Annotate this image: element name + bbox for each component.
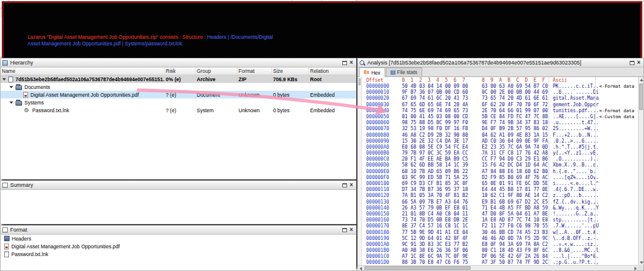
hex-row[interactable]: 000001C0A7 1C 8E 6C 9A 7C 0F 9EDF 06 5E … <box>363 254 638 260</box>
hex-row[interactable]: 000000B079 7B 97 0C 3C 59 EA CC7A 31 CF … <box>363 150 638 156</box>
column-header-format[interactable]: Format <box>237 67 272 75</box>
hex-row[interactable]: 000001905C 12 9D 64 01 42 8F 4F46 46 AD … <box>363 236 638 242</box>
hex-ascii: fZ.{..dv..kig.,. <box>551 199 597 205</box>
hex-offset: 000000B0 <box>363 150 400 156</box>
close-panel-icon[interactable]: × <box>349 182 353 188</box>
tree-row-root-archive[interactable]: 7d51b53ebe2b58faed502a106a7536787de4b946… <box>1 75 356 83</box>
hex-bytes-high: 73 65 74 20 4D 61 6E 61 <box>479 96 551 101</box>
hex-ascii: h.{.e.."....`b. <box>551 169 597 175</box>
hex-content: Offset 0 1 2 3 4 5 6 7 8 9 A B C D E F A… <box>363 77 638 265</box>
tree-row-pdf-document[interactable]: Digital Asset Management Job Opportuniti… <box>1 91 356 98</box>
horizontal-scroll-thumb[interactable] <box>364 266 470 270</box>
column-header-group[interactable]: Group <box>196 67 237 75</box>
hex-bytes-high: 47 D0 8F 5A 04 61 A7 BE <box>479 211 551 217</box>
hex-row[interactable]: 0000008046 A8 C2 D9 2B 32 90 8004 62 A1 … <box>363 133 638 138</box>
hex-row[interactable]: 0000004074 75 6E 69 74 69 65 732E 70 64 … <box>363 108 638 114</box>
hex-row[interactable]: 0000006098 75 88 D5 BC 99 97 F09E F7 74 … <box>363 120 638 126</box>
hex-offset: 00000110 <box>363 187 400 193</box>
hex-ascii: i.....<.e....l.^ <box>551 181 597 187</box>
scroll-down-arrow[interactable] <box>639 260 644 265</box>
close-panel-icon[interactable]: × <box>349 60 353 66</box>
expander-icon[interactable] <box>10 101 13 104</box>
hex-ascii: ..8.&6_....MC..l <box>551 248 597 254</box>
hex-row[interactable]: 0000018077 5B 9E 9D 41 A1 CE 0430 46 BB … <box>363 230 638 236</box>
hex-row[interactable]: 0000013066 5A 09 7B E7 A3 64 76E9 B1 6B … <box>363 199 638 205</box>
format-item-lnk[interactable]: Password.txt.lnk <box>1 250 356 258</box>
hex-row[interactable]: 000001B0A0 AB 38 E6 26 36 5F 0680 C1 18 … <box>363 248 638 254</box>
hex-row[interactable]: 0000000050 4B 03 04 14 00 09 0063 00 63 … <box>363 84 638 90</box>
hex-row[interactable]: 0000010069 C9 D3 CF B1 85 3C 8F65 0E 01 … <box>363 181 638 187</box>
column-header-name[interactable]: Name <box>1 67 165 75</box>
hex-annotation <box>597 236 599 242</box>
hex-bytes-low: 26 A3 57 79 0B EF E8 01 <box>400 205 479 211</box>
format-panel: Format × Headers Digital Asset Managemen… <box>0 225 357 271</box>
hex-row[interactable]: 0000014026 A3 57 79 0B EF E8 0171 E4 4B … <box>363 205 638 211</box>
vertical-scrollbar[interactable] <box>638 77 643 265</box>
hex-row[interactable]: 000001708E 37 C4 57 16 C8 1C 1CF2 11 27 … <box>363 223 638 229</box>
hex-row[interactable]: 000000109F B7 36 07 0B 00 CD 600C 00 2E … <box>363 90 638 96</box>
hex-annotation: <-Format data - Cu. <box>597 108 638 114</box>
hex-row[interactable]: 00000110D7 34 7B B7 36 95 37 18E4 44 45 … <box>363 187 638 193</box>
hex-row[interactable]: 000001D088 3B 70 E8 47 C6 F6 75A7 3F 50 … <box>363 260 638 265</box>
expander-icon[interactable] <box>10 86 13 88</box>
tab-hex[interactable]: 0x Hex <box>359 67 385 77</box>
hex-row[interactable]: 0000005001 00 41 45 03 08 00 CD5B CE 84 … <box>363 114 638 120</box>
tree-row-systems-folder[interactable]: Systems <box>1 98 356 106</box>
hex-ascii: .0.2..>...6..... <box>551 138 597 144</box>
scroll-right-arrow[interactable] <box>633 266 638 271</box>
node-label: Documents <box>24 84 50 90</box>
tree-row-documents-folder[interactable]: Documents <box>1 83 356 91</box>
hex-ascii: tunities.pdf.... <box>551 108 597 114</box>
hex-annotation <box>597 175 599 181</box>
hex-offset: 00000130 <box>363 199 400 205</box>
hex-offset: 00000160 <box>363 217 400 223</box>
hex-row[interactable]: 000000D058 62 6D BB 58 14 1C 3915 F6 42 … <box>363 162 638 168</box>
scroll-up-arrow[interactable] <box>639 77 644 82</box>
hex-row[interactable]: 0000016073 74 70 D5 0B E8 DB 2E1A E8 AD … <box>363 217 638 223</box>
hex-row[interactable]: 000001A09C 91 3D 83 3C E3 77 B2E8 0F 94 … <box>363 242 638 248</box>
gutter-thumb[interactable] <box>358 78 361 85</box>
hex-row[interactable]: 000000C020 F1 4F EE AE BA B9 C5CC F7 94 … <box>363 156 638 162</box>
tree-row-password-lnk[interactable]: ⚙ Password.txt.lnk ? (e) System Unknown … <box>1 106 356 114</box>
hex-offset: 000000C0 <box>363 156 400 162</box>
hex-bytes-high: 2E 70 64 66 01 99 07 00 <box>479 108 551 114</box>
format-item-headers[interactable]: Headers <box>1 235 356 242</box>
horizontal-scrollbar[interactable] <box>358 265 638 270</box>
vertical-scroll-thumb[interactable] <box>639 84 643 110</box>
hex-bytes-low: 01 00 41 45 03 08 00 CD <box>400 114 479 120</box>
close-panel-icon[interactable]: × <box>349 227 353 233</box>
hex-row[interactable]: 000000A0E0 68 08 5E C9 54 FC E4E2 23 35 … <box>363 144 638 150</box>
hex-annotation <box>597 242 599 248</box>
risk-cell: ? (e) <box>165 106 196 114</box>
hex-row[interactable]: 000000E068 10 7B AD 65 09 B6 22A7 84 88 … <box>363 169 638 175</box>
close-panel-icon[interactable]: × <box>637 60 640 66</box>
hex-row[interactable]: 000000F003 9C 99 ED 5B 71 5A 25D2 F9 85 … <box>363 175 638 181</box>
hex-editor[interactable]: Offset 0 1 2 3 4 5 6 7 8 9 A B C D E F A… <box>358 77 638 265</box>
float-panel-icon[interactable] <box>630 61 634 65</box>
scroll-left-arrow[interactable] <box>358 266 363 271</box>
float-panel-icon[interactable] <box>342 228 347 232</box>
float-panel-icon[interactable] <box>342 183 347 187</box>
hex-row[interactable]: 0000015021 01 8B C4 A0 C8 04 1147 D0 8F … <box>363 211 638 217</box>
hex-row[interactable]: 0000003067 65 6D 65 6E 74 20 4A6F 62 20 … <box>363 102 638 108</box>
column-header-relation[interactable]: Relation <box>309 67 356 75</box>
hex-row[interactable]: 0000002067 69 74 61 6C 20 41 7373 65 74 … <box>363 96 638 101</box>
format-item-pdf[interactable]: Digital Asset Management Job Opportuniti… <box>1 242 356 250</box>
hex-bytes-low: 15 30 2E 32 C4 DA 3E 17 <box>400 138 479 144</box>
tab-file-stats[interactable]: File stats <box>386 67 422 76</box>
hex-offset: 000000A0 <box>363 144 400 150</box>
hex-row[interactable]: 0000007032 53 19 98 F0 DF 16 FBD4 0F B9 … <box>363 126 638 132</box>
hex-annotation <box>597 193 599 199</box>
float-panel-icon[interactable] <box>342 61 347 65</box>
hierarchy-panel-icon <box>2 60 8 66</box>
hex-row[interactable]: 000001207A B1 05 3A 70 4F 81 B210 62 C1 … <box>363 193 638 199</box>
analysis-titlebar: Analysis [7d51b53ebe2b58faed502a106a7536… <box>358 58 643 67</box>
size-cell: 706.9 KBs <box>272 75 309 83</box>
hex-ascii: ..=.<.w....:iz.. <box>551 242 597 248</box>
group-cell: System <box>196 106 237 114</box>
column-header-risk[interactable]: Risk <box>165 67 196 75</box>
hex-row[interactable]: 0000009015 30 2E 32 C4 DA 3E 17AD C0 36 … <box>363 138 638 144</box>
column-header-size[interactable]: Size <box>272 67 309 75</box>
hex-bookmark-gutter[interactable] <box>358 77 362 265</box>
expander-icon[interactable] <box>2 78 6 81</box>
